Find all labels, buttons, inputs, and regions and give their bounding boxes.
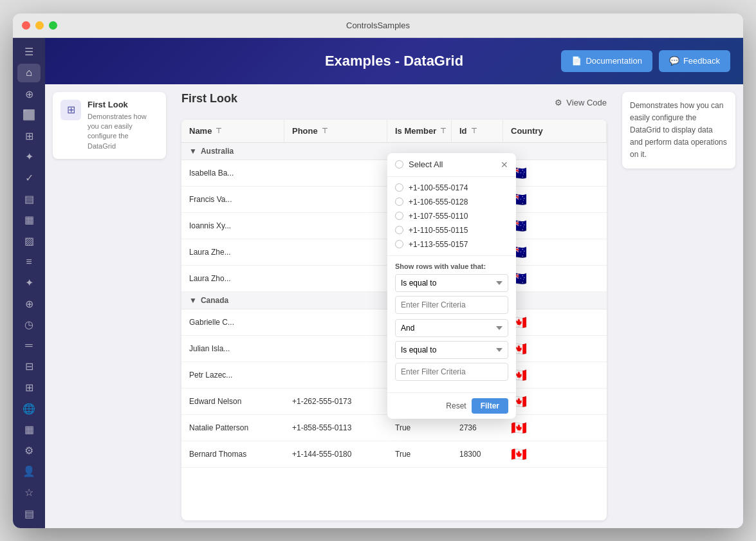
col-header-country: Country — [503, 120, 607, 142]
minimize-button[interactable] — [35, 21, 44, 30]
sidebar-icon-star1[interactable]: ✦ — [17, 148, 41, 167]
filter-option[interactable]: +1-107-555-0110 — [395, 209, 508, 223]
cell-name: Petr Lazec... — [181, 365, 284, 385]
col-header-member: Is Member ⊤ — [387, 120, 452, 142]
sidebar-icon-minus[interactable]: ⊟ — [17, 358, 41, 376]
radio-icon[interactable] — [395, 226, 403, 234]
sidebar-icon-lines[interactable]: ≡ — [17, 253, 41, 271]
right-panel: Demonstrates how you can easily configur… — [614, 84, 743, 528]
sidebar-icon-list[interactable]: ▤ — [17, 190, 41, 208]
filter-apply-button[interactable]: Filter — [472, 398, 508, 414]
sidebar-icon-home[interactable]: ⌂ — [17, 64, 41, 82]
filter-criteria-section: Show rows with value that: Is equal to A… — [387, 256, 516, 392]
filter-popup-header: Select All ✕ — [387, 153, 516, 177]
sidebar-icon-star2[interactable]: ✦ — [17, 273, 41, 292]
sidebar-icon-search[interactable]: ⊕ — [17, 85, 41, 104]
radio-icon[interactable] — [395, 212, 403, 220]
col-header-id: Id ⊤ — [452, 120, 503, 142]
cell-name: Edward Nelson — [181, 392, 284, 411]
radio-icon[interactable] — [395, 183, 403, 192]
feedback-icon: 💬 — [669, 56, 679, 66]
filter-criteria1-input[interactable] — [395, 296, 508, 314]
sidebar-icon-gear[interactable]: ⚙ — [17, 441, 41, 460]
cell-phone — [284, 317, 387, 327]
sidebar-icon-check[interactable]: ✓ — [17, 169, 41, 187]
filter-option[interactable]: +1-110-555-0115 — [395, 223, 508, 237]
radio-icon[interactable] — [395, 197, 403, 206]
section-title: First Look — [181, 92, 237, 105]
sidebar-icon-menu[interactable]: ☰ — [17, 43, 41, 62]
filter-connector-select[interactable]: And — [395, 319, 508, 337]
sidebar-icon-chart[interactable]: ▨ — [17, 232, 41, 250]
sidebar-icon-table[interactable]: ▦ — [17, 210, 41, 229]
doc-icon: 📄 — [571, 56, 582, 66]
cell-name: Bernard Thomas — [181, 445, 284, 464]
cell-phone — [284, 247, 387, 257]
filter-criteria2-input[interactable] — [395, 363, 508, 381]
cell-name: Laura Zhe... — [181, 243, 284, 262]
datagrid-header: Name ⊤ Phone ⊤ Is Member ⊤ — [181, 120, 607, 143]
cell-name: Francis Va... — [181, 190, 284, 209]
col-header-name: Name ⊤ — [181, 120, 284, 142]
sidebar-icon-grid2[interactable]: ⊞ — [17, 378, 41, 397]
cell-name: Natalie Patterson — [181, 418, 284, 437]
nav-card-first-look[interactable]: ⊞ First Look Demonstrates how you can ea… — [53, 92, 166, 160]
col-header-phone: Phone ⊤ — [284, 120, 387, 142]
filter-option[interactable]: +1-100-555-0174 — [395, 181, 508, 195]
sidebar-icon-favorite[interactable]: ☆ — [17, 483, 41, 502]
cell-phone: +1-858-555-0113 — [284, 418, 387, 437]
cell-phone — [284, 168, 387, 178]
filter-condition1-select[interactable]: Is equal to — [395, 274, 508, 292]
cell-name: Ioannis Xy... — [181, 216, 284, 235]
close-button[interactable] — [22, 21, 30, 30]
radio-icon[interactable] — [395, 240, 403, 248]
app-header: Examples - DataGrid 📄 Documentation 💬 Fe… — [45, 38, 743, 84]
filter-reset-button[interactable]: Reset — [446, 398, 466, 414]
select-all-radio[interactable] — [395, 160, 403, 169]
cell-country: 🇦🇺 — [503, 160, 607, 186]
filter-option-value: +1-107-555-0110 — [409, 212, 468, 221]
view-code-button[interactable]: ⚙ View Code — [555, 98, 607, 107]
sidebar-icon-dash[interactable]: ═ — [17, 336, 41, 355]
cell-name: Gabrielle C... — [181, 313, 284, 332]
phone-filter-icon[interactable]: ⊤ — [322, 127, 328, 135]
cell-phone — [284, 370, 387, 380]
info-text: Demonstrates how you can easily configur… — [630, 101, 727, 160]
cell-country: 🇨🇦 — [503, 362, 607, 388]
filter-option[interactable]: +1-106-555-0128 — [395, 195, 508, 209]
sidebar-icon-menu2[interactable]: ▤ — [17, 504, 41, 523]
sidebar-icon-globe[interactable]: 🌐 — [17, 399, 41, 418]
cell-member: True — [387, 418, 452, 437]
sidebar: ☰ ⌂ ⊕ ⬜ ⊞ ✦ ✓ ▤ ▦ ▨ ≡ ✦ ⊕ ◷ ═ ⊟ ⊞ 🌐 ▦ ⚙ … — [13, 38, 45, 528]
table-row[interactable]: Natalie Patterson +1-858-555-0113 True 2… — [181, 415, 607, 441]
view-code-icon: ⚙ — [555, 98, 562, 107]
filter-condition2-select[interactable]: Is equal to — [395, 341, 508, 359]
header-actions: 📄 Documentation 💬 Feedback — [561, 50, 730, 72]
nav-card-desc: Demonstrates how you can easily configur… — [88, 112, 158, 152]
cell-country: 🇨🇦 — [503, 441, 607, 467]
sidebar-icon-component[interactable]: ⬜ — [17, 105, 41, 124]
filter-close-button[interactable]: ✕ — [501, 160, 508, 170]
cell-country: 🇨🇦 — [503, 389, 607, 414]
sidebar-icon-plus[interactable]: ⊕ — [17, 295, 41, 313]
filter-option[interactable]: +1-113-555-0157 — [395, 237, 508, 252]
sidebar-icon-grid[interactable]: ⊞ — [17, 127, 41, 145]
name-filter-icon[interactable]: ⊤ — [216, 127, 222, 135]
sidebar-icon-data[interactable]: ▦ — [17, 420, 41, 439]
cell-member: True — [387, 445, 452, 464]
member-filter-icon[interactable]: ⊤ — [440, 127, 447, 135]
cell-country: 🇦🇺 — [503, 266, 607, 291]
id-filter-icon[interactable]: ⊤ — [471, 127, 477, 135]
cell-phone: +1-144-555-0180 — [284, 445, 387, 464]
cell-phone — [284, 344, 387, 354]
filter-option-value: +1-113-555-0157 — [409, 240, 468, 249]
nav-card-icon: ⊞ — [60, 100, 81, 120]
sidebar-icon-user[interactable]: 👤 — [17, 463, 41, 481]
documentation-button[interactable]: 📄 Documentation — [561, 50, 652, 72]
datagrid: Name ⊤ Phone ⊤ Is Member ⊤ — [181, 120, 607, 520]
sidebar-icon-clock[interactable]: ◷ — [17, 315, 41, 334]
maximize-button[interactable] — [49, 21, 57, 30]
table-row[interactable]: Bernard Thomas +1-144-555-0180 True 1830… — [181, 441, 607, 468]
cell-country: 🇦🇺 — [503, 213, 607, 239]
feedback-button[interactable]: 💬 Feedback — [659, 50, 730, 72]
